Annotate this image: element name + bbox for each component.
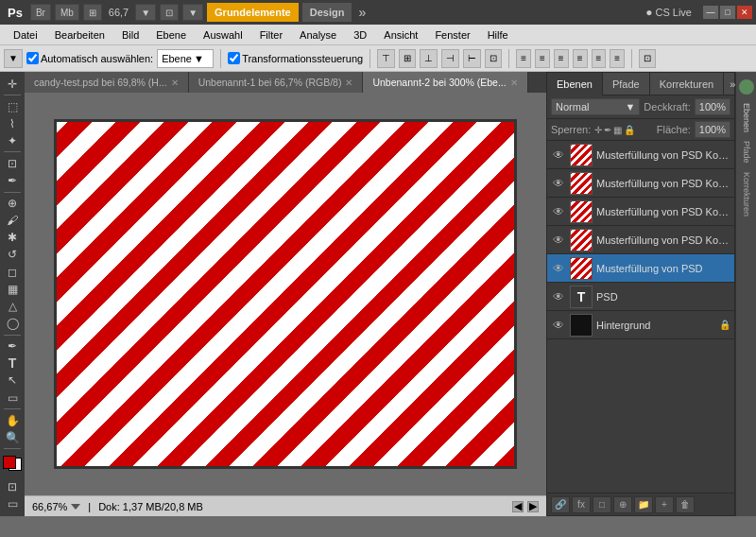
move-tool[interactable]: ✛ bbox=[2, 76, 23, 92]
eyedropper-tool[interactable]: ✒ bbox=[2, 172, 23, 188]
layer-eye-icon[interactable]: 👁 bbox=[551, 289, 566, 304]
nav-right[interactable]: ▶ bbox=[527, 501, 539, 512]
align-hcenter-btn[interactable]: ⊢ bbox=[463, 49, 481, 68]
menu-auswahl[interactable]: Auswahl bbox=[196, 25, 250, 45]
panel-tab-korrekturen[interactable]: Korrekturen bbox=[650, 73, 724, 95]
layer-eye-icon[interactable]: 👁 bbox=[551, 261, 566, 276]
extra-btn[interactable]: ⊡ bbox=[639, 49, 656, 68]
spot-heal-tool[interactable]: ⊕ bbox=[2, 195, 23, 211]
align-vcenter-btn[interactable]: ⊞ bbox=[399, 49, 416, 68]
auto-select-checkbox[interactable] bbox=[26, 52, 39, 64]
tab-unbenannt2[interactable]: Unbenannt-2 bei 300% (Ebe... ✕ bbox=[363, 72, 527, 93]
opacity-input[interactable]: 100% bbox=[695, 98, 730, 115]
workspace-more-btn[interactable]: » bbox=[355, 5, 369, 20]
blur-tool[interactable]: △ bbox=[2, 298, 23, 314]
zoom-tool[interactable]: 🔍 bbox=[2, 429, 23, 445]
layer-item[interactable]: 👁 T PSD bbox=[547, 283, 734, 311]
menu-hilfe[interactable]: Hilfe bbox=[480, 25, 516, 45]
add-mask-btn[interactable]: □ bbox=[593, 496, 611, 513]
layer-item[interactable]: 👁 Musterfüllung von PSD Kopie 4 bbox=[547, 198, 734, 226]
align-right-btn[interactable]: ⊡ bbox=[485, 49, 502, 68]
layout-btn[interactable]: ⊞ bbox=[83, 4, 102, 21]
bridge-btn[interactable]: Br bbox=[30, 4, 51, 21]
pen-tool[interactable]: ✒ bbox=[2, 338, 23, 355]
nav-left[interactable]: ◀ bbox=[512, 501, 524, 512]
history-tool[interactable]: ↺ bbox=[2, 247, 23, 263]
brush-tool[interactable]: 🖌 bbox=[2, 213, 23, 229]
layer-eye-icon[interactable]: 👁 bbox=[551, 233, 566, 248]
gradient-tool[interactable]: ▦ bbox=[2, 281, 23, 297]
lock-pos-icon[interactable]: ✛ bbox=[594, 125, 602, 135]
menu-filter[interactable]: Filter bbox=[252, 25, 290, 45]
panel-tab-ebenen[interactable]: Ebenen bbox=[547, 73, 603, 95]
menu-bearbeiten[interactable]: Bearbeiten bbox=[47, 25, 112, 45]
auto-select-dropdown[interactable]: Ebene▼ bbox=[157, 49, 214, 68]
fx-btn[interactable]: fx bbox=[572, 496, 591, 513]
fill-input[interactable]: 100% bbox=[695, 121, 730, 138]
blend-mode-dropdown[interactable]: Normal ▼ bbox=[551, 98, 640, 115]
tab-candy-test[interactable]: candy-test.psd bei 69,8% (H... ✕ bbox=[25, 72, 189, 93]
dodge-tool[interactable]: ◯ bbox=[2, 316, 23, 332]
minimize-btn[interactable]: — bbox=[703, 6, 718, 19]
align-bottom-btn[interactable]: ⊥ bbox=[420, 49, 438, 68]
panel-tab-pfade[interactable]: Pfade bbox=[603, 73, 650, 95]
eraser-tool[interactable]: ◻ bbox=[2, 264, 23, 280]
layer-item[interactable]: 👁 Musterfüllung von PSD Kopie 2 bbox=[547, 141, 734, 169]
new-layer-btn[interactable]: + bbox=[655, 496, 674, 513]
menu-analyse[interactable]: Analyse bbox=[292, 25, 344, 45]
menu-bild[interactable]: Bild bbox=[114, 25, 146, 45]
menu-datei[interactable]: Datei bbox=[6, 25, 45, 45]
zoom-dropdown[interactable]: ▼ bbox=[135, 4, 156, 21]
workspace-design-btn[interactable]: Design bbox=[302, 3, 352, 22]
layer-eye-icon[interactable]: 👁 bbox=[551, 176, 566, 191]
lock-draw-icon[interactable]: ✒ bbox=[604, 125, 611, 135]
menu-ansicht[interactable]: Ansicht bbox=[376, 25, 425, 45]
tab-unbenannt1[interactable]: Unbenannt-1 bei 66,7% (RGB/8) ✕ bbox=[189, 72, 364, 93]
delete-layer-btn[interactable]: 🗑 bbox=[676, 496, 695, 513]
layer-eye-icon[interactable]: 👁 bbox=[551, 147, 566, 163]
far-panel-korrekturen[interactable]: Korrekturen bbox=[740, 168, 753, 220]
layer-eye-icon[interactable]: 👁 bbox=[551, 318, 566, 333]
align-left-btn[interactable]: ⊣ bbox=[441, 49, 459, 68]
maximize-btn[interactable]: □ bbox=[720, 6, 735, 19]
dist-bottom-btn[interactable]: ≡ bbox=[554, 49, 569, 68]
far-panel-pfade[interactable]: Pfade bbox=[740, 137, 753, 167]
layer-eye-icon[interactable]: 👁 bbox=[551, 204, 566, 219]
layer-item-selected[interactable]: 👁 Musterfüllung von PSD bbox=[547, 254, 734, 283]
screen-mode-btn[interactable]: ▭ bbox=[2, 496, 23, 512]
link-layers-btn[interactable]: 🔗 bbox=[551, 496, 570, 513]
close-btn[interactable]: ✕ bbox=[737, 6, 752, 19]
dist-vcenter-btn[interactable]: ≡ bbox=[535, 49, 550, 68]
dist-hcenter-btn[interactable]: ≡ bbox=[592, 49, 607, 68]
lock-pixel-icon[interactable]: ▦ bbox=[613, 125, 622, 135]
hand-tool[interactable]: ✋ bbox=[2, 412, 23, 428]
path-select-tool[interactable]: ↖ bbox=[2, 372, 23, 389]
layer-item[interactable]: 👁 Musterfüllung von PSD Kopie bbox=[547, 169, 734, 198]
screen-btn[interactable]: ⊡ bbox=[160, 4, 179, 21]
foreground-color[interactable] bbox=[3, 456, 16, 469]
align-top-btn[interactable]: ⊤ bbox=[377, 49, 395, 68]
magic-wand-tool[interactable]: ✦ bbox=[2, 132, 23, 148]
dist-left-btn[interactable]: ≡ bbox=[573, 49, 588, 68]
screen-dropdown[interactable]: ▼ bbox=[182, 4, 203, 21]
far-panel-ebenen[interactable]: Ebenen bbox=[740, 99, 753, 136]
auto-select-check[interactable]: Automatisch auswählen: bbox=[26, 52, 153, 64]
menu-3d[interactable]: 3D bbox=[346, 25, 374, 45]
shape-tool[interactable]: ▭ bbox=[2, 390, 23, 406]
workspace-grundelemente-btn[interactable]: Grundelemente bbox=[207, 3, 299, 22]
color-swatches[interactable] bbox=[3, 456, 22, 471]
dist-right-btn[interactable]: ≡ bbox=[610, 49, 625, 68]
layer-item[interactable]: 👁 Musterfüllung von PSD Kopie 3 bbox=[547, 226, 734, 254]
cs-live-area[interactable]: ● CS Live bbox=[645, 6, 692, 19]
tab-candy-test-close[interactable]: ✕ bbox=[171, 78, 179, 88]
layer-item[interactable]: 👁 Hintergrund 🔒 bbox=[547, 311, 734, 339]
transform-check[interactable]: Transformationssteuerung bbox=[228, 52, 363, 64]
transform-checkbox[interactable] bbox=[228, 52, 240, 64]
lasso-tool[interactable]: ⌇ bbox=[2, 115, 23, 131]
adjustment-btn[interactable]: ⊕ bbox=[613, 496, 632, 513]
tab-unbenannt1-close[interactable]: ✕ bbox=[345, 78, 352, 88]
lock-all-icon[interactable]: 🔒 bbox=[624, 125, 635, 135]
mini-bridge-btn[interactable]: Mb bbox=[55, 4, 79, 21]
marquee-tool[interactable]: ⬚ bbox=[2, 98, 23, 114]
type-tool[interactable]: T bbox=[2, 355, 23, 372]
